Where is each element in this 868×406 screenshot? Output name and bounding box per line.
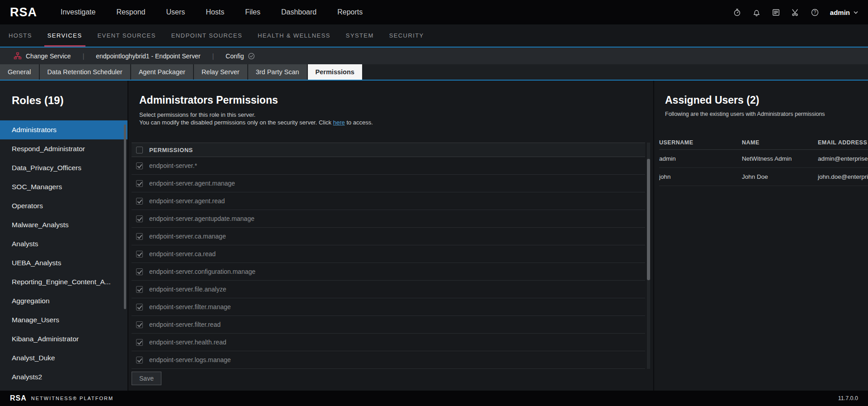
top-nav-item[interactable]: Reports <box>337 8 363 16</box>
assigned-user-row: john John Doe john.doe@enterprise <box>659 168 868 186</box>
tools-icon[interactable] <box>791 8 800 17</box>
permission-checkbox[interactable] <box>136 162 143 169</box>
service-bar: Change Service | endpointloghybrid1 - En… <box>0 48 868 64</box>
permission-label: endpoint-server.health.read <box>149 339 226 346</box>
roles-title: Roles (19) <box>0 94 127 107</box>
assigned-users-subtitle: Following are the existing users with Ad… <box>665 111 868 117</box>
config-tab[interactable]: Data Retention Scheduler <box>40 64 130 80</box>
save-button[interactable]: Save <box>132 372 161 385</box>
role-list-item[interactable]: SOC_Managers <box>0 177 127 196</box>
admin-nav-item[interactable]: ENDPOINT SOURCES <box>164 24 250 47</box>
permission-label: endpoint-server.ca.read <box>149 250 216 258</box>
permissions-panel: Administrators Permissions Select permis… <box>128 81 653 391</box>
config-tab[interactable]: Relay Server <box>194 64 247 80</box>
permission-checkbox[interactable] <box>136 233 143 240</box>
admin-nav-item[interactable]: HOSTS <box>1 24 40 47</box>
config-tab[interactable]: 3rd Party Scan <box>248 64 307 80</box>
permission-checkbox[interactable] <box>136 357 143 363</box>
role-list-item[interactable]: Administrators <box>0 120 127 139</box>
admin-nav-item[interactable]: SERVICES <box>40 24 90 47</box>
role-list-item[interactable]: Malware_Analysts <box>0 215 127 234</box>
permission-row: endpoint-server.configuration.manage <box>132 263 645 281</box>
bell-icon[interactable] <box>752 8 761 17</box>
change-service-button[interactable]: Change Service <box>14 52 71 60</box>
permission-checkbox[interactable] <box>136 198 143 205</box>
config-tab[interactable]: General <box>0 64 39 80</box>
user-fullname: NetWitness Admin <box>737 155 813 162</box>
user-fullname: John Doe <box>737 173 813 180</box>
user-username: john <box>659 173 737 180</box>
top-nav-item[interactable]: Respond <box>116 8 145 16</box>
admin-nav-item[interactable]: SECURITY <box>382 24 432 47</box>
role-list-item[interactable]: UEBA_Analysts <box>0 253 127 272</box>
role-list-item[interactable]: Reporting_Engine_Content_A... <box>0 272 127 291</box>
footer-product-name: NETWITNESS® PLATFORM <box>31 396 113 401</box>
config-tab[interactable]: Agent Packager <box>131 64 193 80</box>
permission-row: endpoint-server.logs.manage <box>132 351 645 369</box>
config-view-selector[interactable]: Config <box>226 53 255 60</box>
permissions-table-header: PERMISSIONS <box>132 143 645 157</box>
permission-row: endpoint-server.agentupdate.manage <box>132 210 645 228</box>
permissions-rows: endpoint-server.* endpoint-server.agent.… <box>132 157 645 369</box>
config-view-label: Config <box>226 53 244 60</box>
role-list-item[interactable]: Operators <box>0 196 127 215</box>
users-column-header: NAME <box>737 139 813 146</box>
role-list-item[interactable]: Analysts2 <box>0 368 127 387</box>
config-tab[interactable]: Permissions <box>308 64 362 80</box>
svg-text:?: ? <box>814 10 816 15</box>
permission-label: endpoint-server.logs.manage <box>149 356 231 363</box>
permission-checkbox[interactable] <box>136 304 143 310</box>
security-server-link[interactable]: here <box>333 119 345 126</box>
rsa-logo[interactable]: RSA <box>10 5 37 19</box>
permission-checkbox[interactable] <box>136 251 143 258</box>
role-list-item[interactable]: Analyst_Duke <box>0 349 127 368</box>
permission-row: endpoint-server.filter.manage <box>132 298 645 316</box>
permission-checkbox[interactable] <box>136 215 143 222</box>
admin-nav-item[interactable]: SYSTEM <box>338 24 382 47</box>
top-nav-item[interactable]: Users <box>166 8 185 16</box>
admin-nav: HOSTSSERVICESEVENT SOURCESENDPOINT SOURC… <box>0 24 868 48</box>
circle-check-icon <box>248 53 255 60</box>
role-list-item[interactable]: Data_Privacy_Officers <box>0 158 127 177</box>
role-list-item[interactable]: Kibana_Administrator <box>0 330 127 349</box>
top-nav-item[interactable]: Investigate <box>61 8 95 16</box>
timer-icon[interactable] <box>733 8 741 17</box>
roles-scrollbar[interactable] <box>124 124 126 309</box>
role-list-item[interactable]: Respond_Administrator <box>0 139 127 158</box>
permission-label: endpoint-server.agentupdate.manage <box>149 215 255 222</box>
permission-checkbox[interactable] <box>136 180 143 187</box>
top-nav-item[interactable]: Dashboard <box>281 8 316 16</box>
permissions-scrollbar-track[interactable] <box>647 143 650 369</box>
user-email: admin@enterprise.co <box>813 155 868 162</box>
role-list-item[interactable]: Analysts <box>0 234 127 253</box>
user-menu[interactable]: admin <box>830 9 858 16</box>
admin-nav-item[interactable]: EVENT SOURCES <box>90 24 164 47</box>
permission-checkbox[interactable] <box>136 339 143 346</box>
role-list-item[interactable]: Manage_Users <box>0 310 127 330</box>
users-rows: admin NetWitness Admin admin@enterprise.… <box>659 150 868 186</box>
jobs-icon[interactable] <box>772 8 780 17</box>
service-topology-icon <box>14 52 22 60</box>
permission-label: endpoint-server.ca.manage <box>149 233 226 240</box>
help-icon[interactable]: ? <box>811 8 819 17</box>
admin-nav-item[interactable]: HEALTH & WELLNESS <box>250 24 338 47</box>
permission-checkbox[interactable] <box>136 286 143 293</box>
top-nav-menu: InvestigateRespondUsersHostsFilesDashboa… <box>61 8 363 16</box>
top-nav-item[interactable]: Hosts <box>206 8 224 16</box>
roles-list: AdministratorsRespond_AdministratorData_… <box>0 120 127 387</box>
permission-row: endpoint-server.ca.read <box>132 245 645 263</box>
role-list-item[interactable]: Aggregation <box>0 291 127 310</box>
top-nav-item[interactable]: Files <box>245 8 260 16</box>
chevron-down-icon <box>854 11 858 14</box>
permissions-scrollbar-thumb[interactable] <box>647 159 650 280</box>
assigned-user-row: admin NetWitness Admin admin@enterprise.… <box>659 150 868 168</box>
permissions-column-header: PERMISSIONS <box>149 147 193 153</box>
permission-checkbox[interactable] <box>136 321 143 328</box>
permission-label: endpoint-server.* <box>149 162 197 169</box>
permission-label: endpoint-server.configuration.manage <box>149 268 255 275</box>
assigned-users-panel: Assigned Users (2) Following are the exi… <box>653 81 868 391</box>
permission-checkbox[interactable] <box>136 268 143 275</box>
user-name: admin <box>830 9 850 16</box>
user-email: john.doe@enterprise <box>813 173 868 180</box>
select-all-checkbox[interactable] <box>136 147 143 153</box>
